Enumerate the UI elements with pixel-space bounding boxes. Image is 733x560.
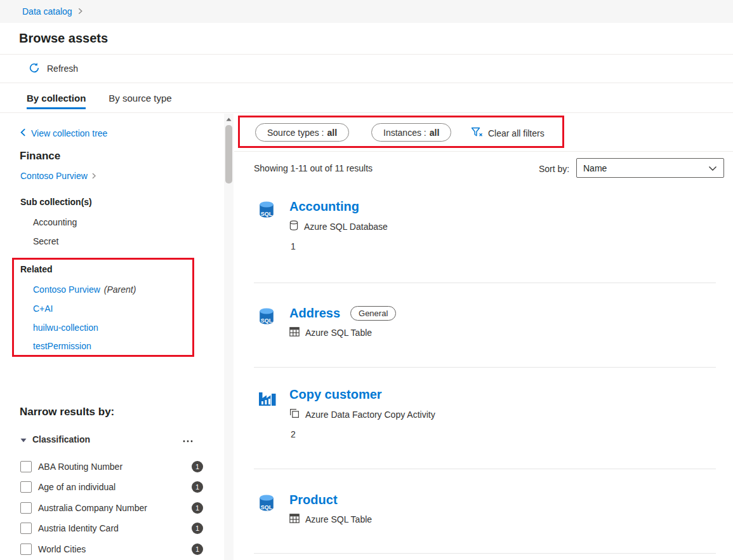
divider — [254, 553, 716, 554]
command-bar: Refresh — [0, 55, 733, 83]
asset-result-item: Copy customer Azure Data Factory Copy Ac… — [257, 386, 714, 439]
sidebar-scrollbar[interactable] — [224, 114, 234, 560]
azure-sql-database-icon: SQL — [257, 200, 277, 251]
divider — [254, 367, 716, 368]
sort-by-label: Sort by: — [539, 164, 569, 174]
sub-collection-item[interactable]: Accounting — [33, 217, 77, 227]
asset-title-link[interactable]: Copy customer — [289, 387, 382, 402]
ellipsis-icon — [183, 440, 193, 443]
table-icon — [289, 514, 300, 525]
clear-all-filters-label: Clear all filters — [488, 128, 545, 138]
checkbox[interactable] — [20, 461, 32, 472]
count-badge: 1 — [192, 523, 203, 534]
tab-bar: By collection By source type — [0, 83, 733, 113]
page-title: Browse assets — [19, 31, 108, 46]
count-badge: 1 — [192, 481, 203, 493]
asset-type-label: Azure SQL Database — [304, 222, 388, 232]
view-collection-tree-label: View collection tree — [31, 128, 107, 138]
asset-count: 1 — [289, 241, 388, 251]
azure-sql-database-icon: SQL — [257, 493, 277, 525]
checkbox[interactable] — [20, 481, 32, 493]
pill-label: Instances : — [383, 128, 426, 138]
related-link: Contoso Purview — [33, 284, 100, 295]
scroll-up-arrow-icon[interactable] — [224, 115, 234, 124]
copy-activity-icon — [289, 408, 300, 420]
checkbox[interactable] — [20, 543, 32, 555]
asset-result-item: SQL Address General Azure SQL Table — [257, 305, 714, 338]
count-badge: 1 — [192, 543, 203, 555]
results-summary: Showing 1-11 out of 11 results — [254, 163, 373, 173]
classification-label: Austria Identity Card — [38, 523, 119, 533]
related-item[interactable]: Contoso Purview (Parent) — [33, 284, 136, 295]
divider — [234, 151, 733, 152]
tab-by-collection[interactable]: By collection — [27, 83, 86, 112]
related-heading: Related — [20, 264, 53, 274]
checkbox[interactable] — [20, 502, 32, 514]
chevron-left-icon — [19, 128, 27, 138]
view-collection-tree-link[interactable]: View collection tree — [19, 128, 107, 138]
related-suffix: (Parent) — [104, 284, 136, 295]
svg-text:SQL: SQL — [261, 317, 273, 324]
classification-label: Age of an individual — [38, 482, 116, 492]
breadcrumb-link-data-catalog[interactable]: Data catalog — [22, 6, 72, 17]
filter-pill-source-types[interactable]: Source types : all — [255, 123, 349, 142]
count-badge: 1 — [192, 502, 203, 514]
refresh-icon — [29, 62, 40, 76]
svg-text:SQL: SQL — [261, 504, 273, 510]
narrow-results-heading: Narrow results by: — [20, 406, 114, 418]
chevron-right-icon — [77, 6, 84, 17]
classification-label: ABA Routing Number — [38, 462, 122, 472]
tab-label: By collection — [27, 93, 86, 103]
filter-dismiss-icon — [471, 127, 483, 140]
scrollbar-thumb[interactable] — [225, 125, 232, 183]
asset-result-item: SQL Product Azure SQL Table — [257, 491, 714, 525]
asset-type-label: Azure SQL Table — [305, 514, 372, 524]
pill-value: all — [327, 128, 338, 138]
classification-label: World Cities — [38, 544, 86, 554]
tab-by-source-type[interactable]: By source type — [109, 83, 171, 112]
related-link: testPermission — [33, 341, 91, 351]
sub-collections-heading: Sub collection(s) — [20, 197, 92, 207]
count-badge: 1 — [192, 461, 203, 472]
breadcrumb: Data catalog — [0, 0, 733, 23]
classification-row: ABA Routing Number 1 — [20, 458, 203, 475]
asset-type-label: Azure SQL Table — [305, 328, 372, 338]
related-item[interactable]: testPermission — [33, 341, 91, 351]
asset-type-label: Azure Data Factory Copy Activity — [305, 410, 435, 420]
svg-text:SQL: SQL — [261, 211, 273, 217]
classification-row: Austria Identity Card 1 — [20, 520, 203, 537]
asset-title-link[interactable]: Product — [289, 493, 338, 507]
tab-label: By source type — [109, 93, 171, 103]
browse-assets-screen: Data catalog Browse assets Refresh By co… — [0, 0, 733, 560]
classification-label: Australia Company Number — [38, 503, 147, 513]
clear-all-filters-button[interactable]: Clear all filters — [471, 126, 545, 140]
related-item[interactable]: huilwu-collection — [33, 323, 98, 333]
asset-result-item: SQL Accounting Azure SQL Database 1 — [257, 198, 714, 251]
classification-row: World Cities 1 — [20, 541, 203, 557]
related-item[interactable]: C+AI — [33, 303, 53, 314]
divider — [254, 469, 716, 469]
asset-title-link[interactable]: Address — [289, 306, 340, 321]
facet-classification-header[interactable]: Classification — [20, 433, 195, 446]
pill-value: all — [430, 128, 440, 138]
related-link: C+AI — [33, 303, 53, 314]
classification-row: Australia Company Number 1 — [20, 500, 203, 516]
azure-data-factory-icon — [257, 388, 277, 439]
more-options-button[interactable] — [180, 433, 195, 446]
checkbox[interactable] — [20, 523, 32, 534]
sort-value: Name — [583, 163, 607, 173]
chevron-down-icon — [708, 163, 717, 173]
title-bar: Browse assets — [0, 23, 733, 55]
expand-triangle-icon — [20, 434, 27, 444]
asset-title-link[interactable]: Accounting — [289, 199, 359, 214]
sub-collection-item[interactable]: Secret — [33, 236, 58, 246]
refresh-button[interactable]: Refresh — [47, 63, 78, 74]
general-badge: General — [350, 306, 396, 321]
collection-breadcrumb-link[interactable]: Contoso Purview — [20, 171, 97, 181]
asset-count: 2 — [289, 429, 435, 439]
classification-row: Age of an individual 1 — [20, 479, 203, 495]
sort-dropdown[interactable]: Name — [576, 158, 724, 178]
table-icon — [289, 327, 300, 338]
related-link: huilwu-collection — [33, 323, 98, 333]
filter-pill-instances[interactable]: Instances : all — [371, 123, 451, 142]
